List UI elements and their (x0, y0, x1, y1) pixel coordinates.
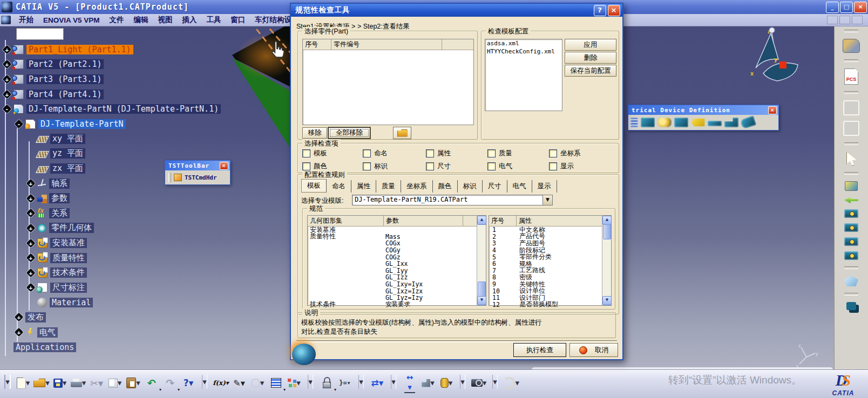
tree-node-label[interactable]: Material (50, 298, 93, 307)
tree-expander-icon[interactable]: + (3, 45, 12, 54)
electrical-tool-icon[interactable] (657, 118, 672, 127)
toolbar-icon[interactable]: ▾ (391, 375, 396, 389)
check-item[interactable]: 标识 (363, 162, 426, 171)
tree-node-label[interactable]: 参数 (49, 193, 70, 203)
right-tool-icon[interactable] (843, 100, 859, 115)
checkbox-icon[interactable] (426, 149, 434, 157)
config-file-list[interactable]: asdsa.xmlHTYYCheckConfig.xml (485, 39, 562, 111)
toolbar-icon[interactable]: ✎▾ (231, 375, 247, 391)
toolbar-grip[interactable] (168, 173, 171, 182)
tree-node[interactable]: + Part2 (Part2.1) (0, 57, 221, 72)
tree-node[interactable]: - DJ-Template-PartN (DJ-Template-PartN.1… (0, 101, 221, 116)
toolbar-icon[interactable]: ?▾ (180, 375, 196, 391)
toolbar-icon[interactable]: ▾ (471, 375, 487, 391)
tree-expander-icon[interactable]: + (15, 313, 24, 322)
tree-node[interactable]: Applications (0, 340, 221, 355)
check-item[interactable]: 坐标系 (549, 149, 581, 158)
toolbar-icon[interactable]: ▾ (438, 375, 455, 391)
rule-tab[interactable]: 显示 (532, 180, 557, 193)
toolbar-icon[interactable]: ▾ (4, 375, 11, 389)
menu-item[interactable]: 工具 (202, 14, 226, 26)
minimize-button[interactable]: _ (826, 2, 839, 13)
check-item[interactable]: 命名 (363, 149, 426, 158)
toolbar-icon[interactable]: ▾ (318, 375, 335, 391)
right-tool-icon[interactable] (843, 39, 860, 53)
right-tool-icon[interactable] (844, 59, 858, 62)
rule-tab[interactable]: 坐标系 (401, 180, 433, 193)
toolbar-icon[interactable]: ▾ (202, 375, 207, 389)
electrical-toolbar-titlebar[interactable]: trical Device Definition × (628, 105, 778, 115)
toolbar-icon[interactable]: ▾ (492, 375, 498, 389)
tree-node-label[interactable]: 质量特性 (50, 253, 87, 263)
tree-node[interactable]: + 尺寸标注 (0, 280, 221, 296)
tree-node[interactable]: + 电气 (0, 325, 221, 340)
geo-col-param[interactable]: 参数 (384, 216, 463, 226)
toolbar-icon[interactable]: f(x)▾ (213, 375, 229, 391)
toolbar-icon[interactable]: ▾ (70, 375, 86, 391)
right-tool-icon[interactable] (844, 237, 858, 246)
tst-command-label[interactable]: TSTCmdHdr (185, 174, 217, 181)
toolbar-icon[interactable]: ▾ (460, 375, 465, 389)
checkbox-icon[interactable] (549, 149, 557, 157)
right-tool-icon[interactable] (843, 121, 859, 136)
toolbar-icon[interactable]: ▾ (268, 375, 284, 391)
tree-expander-icon[interactable]: - (15, 119, 24, 128)
toolbar-icon[interactable]: ▾ (125, 375, 141, 391)
tree-node-label[interactable]: Part4 (Part4.1) (26, 90, 104, 99)
scroll-down-icon[interactable]: ▼ (477, 296, 486, 305)
tree-root-edit-box[interactable] (16, 28, 64, 40)
check-item[interactable]: 质量 (487, 149, 549, 158)
attr-col-index[interactable]: 序号 (489, 216, 517, 226)
checkbox-icon[interactable] (426, 162, 434, 170)
checkbox-icon[interactable] (487, 149, 496, 157)
electrical-close-icon[interactable]: × (768, 106, 777, 114)
geo-scrollbar[interactable]: ▲ ▼ (477, 216, 486, 305)
right-tool-icon[interactable] (845, 181, 858, 191)
check-item[interactable]: 显示 (549, 162, 581, 171)
part-col-index[interactable]: 序号 (303, 39, 331, 50)
tree-node-label[interactable]: 零件几何体 (49, 223, 94, 233)
tree-node[interactable]: + 关系 (0, 206, 221, 221)
tree-node[interactable]: xy 平面 (0, 132, 221, 147)
config-action-button[interactable]: 删除 (565, 52, 616, 64)
menu-item[interactable]: ENOVIA V5 VPM (38, 15, 105, 25)
tree-expander-icon[interactable]: + (26, 253, 36, 263)
config-file-item[interactable]: HTYYCheckConfig.xml (485, 47, 562, 56)
tree-expander-icon[interactable]: + (3, 90, 12, 99)
tree-expander-icon[interactable]: + (3, 60, 12, 69)
check-item[interactable]: 尺寸 (426, 162, 487, 171)
geo-col-name[interactable]: 几何图形集 (308, 216, 384, 226)
tree-node[interactable]: + Part4 (Part4.1) (0, 87, 221, 102)
tree-expander-icon[interactable]: + (26, 268, 36, 277)
tree-node[interactable]: - DJ-Template-PartN (0, 116, 221, 132)
rule-tab[interactable]: 尺寸 (483, 180, 507, 193)
config-file-item[interactable]: asdsa.xml (485, 39, 562, 47)
check-item[interactable]: 电气 (487, 162, 549, 171)
tree-node-label[interactable]: Part1_Light (Part1.1) (26, 45, 133, 54)
tree-expander-icon[interactable]: + (26, 238, 36, 248)
menu-item[interactable]: 窗口 (226, 14, 250, 26)
electrical-tool-icon[interactable] (691, 118, 705, 127)
checkbox-icon[interactable] (549, 162, 557, 170)
template-combobox[interactable]: DJ-Template-PartN_R19.CATPart ▼ (352, 195, 553, 205)
part-col-number[interactable]: 零件编号 (331, 39, 442, 50)
scroll-thumb[interactable] (478, 282, 486, 297)
cancel-button[interactable]: 取消 (569, 343, 618, 357)
right-tool-icon[interactable] (844, 293, 858, 296)
dialog-help-icon[interactable]: ? (594, 5, 606, 16)
electrical-tool-icon[interactable] (724, 118, 738, 127)
config-action-button[interactable]: 保存当前配置 (565, 65, 616, 77)
geo-set-list[interactable]: 几何图形集 参数 安装基准 (307, 215, 486, 306)
attribute-list[interactable]: 序号 属性 1 中文名称 (489, 215, 612, 306)
checkbox-icon[interactable] (302, 162, 310, 170)
rule-tab[interactable]: 质量 (376, 180, 401, 193)
menu-item[interactable]: 编辑 (129, 14, 153, 26)
tree-node[interactable]: + 质量特性 (0, 250, 221, 265)
open-part-button[interactable] (393, 127, 411, 139)
checkbox-icon[interactable] (363, 162, 371, 170)
dialog-titlebar[interactable]: 规范性检查工具 ? × (291, 4, 622, 17)
right-tool-icon[interactable] (846, 152, 857, 166)
toolbar-icon[interactable]: ↷▾ (162, 375, 178, 391)
toolbar-icon[interactable]: ▾ (286, 375, 302, 391)
electrical-tool-icon[interactable] (708, 121, 722, 126)
